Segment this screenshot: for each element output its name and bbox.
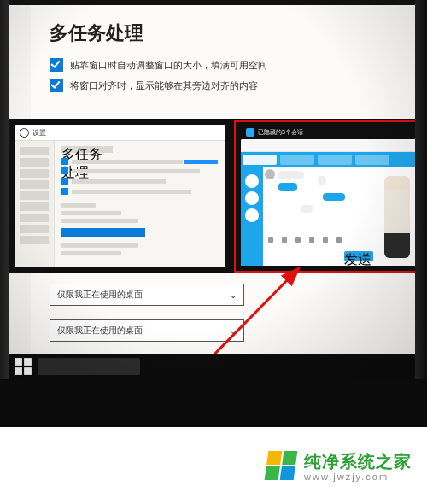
watermark-brand: 纯净系统之家 [304,450,412,473]
desktop-screen: 多任务处理 贴靠窗口时自动调整窗口的大小，填满可用空间 将窗口对齐时，显示能够在… [9,5,415,379]
chat-tab[interactable] [318,155,352,165]
toolbar-icon[interactable] [336,237,342,243]
screenshot-photo: 多任务处理 贴靠窗口时自动调整窗口的大小，填满可用空间 将窗口对齐时，显示能够在… [0,0,427,427]
chat-bubble [278,183,297,191]
monitor-bezel-bottom [0,379,427,427]
chat-bubble [301,205,313,213]
toolbar-icon[interactable] [323,237,328,243]
monitor-bezel-right [415,0,427,427]
watermark-logo-icon [265,451,298,480]
dropdown-value: 仅限我正在使用的桌面 [57,289,143,301]
chevron-down-icon: ⌄ [230,326,237,336]
message-avatar [265,169,275,179]
dropdown-value: 仅限我正在使用的桌面 [57,325,143,337]
alt-tab-show-windows-dropdown[interactable]: 仅限我正在使用的桌面 ⌄ [50,319,244,342]
chat-bubble [318,176,326,185]
chat-contact-list [241,167,263,266]
chat-tab[interactable] [355,155,389,165]
svg-rect-4 [24,367,32,375]
candidate-window-title: 已隐藏的3个会话 [258,128,303,137]
settings-dropdown-highlight[interactable] [61,228,145,237]
snap-suggest-checkbox-row[interactable]: 将窗口对齐时，显示能够在其旁边对齐的内容 [50,79,408,92]
chat-input-toolbar [268,237,371,244]
toolbar-icon[interactable] [282,237,287,243]
candidate-window-titlebar: 已隐藏的3个会话 [246,127,412,138]
chat-bubble [323,193,345,201]
snap-left-thumbnail[interactable]: 设置 多任务处理 [14,124,225,267]
monitor-bezel-left [0,0,9,427]
settings-window-header: 设置 [15,125,225,141]
qq-app-icon [246,128,254,137]
page-title: 多任务处理 [50,21,408,46]
contact-avatar[interactable] [245,208,259,222]
settings-sidebar [15,141,55,267]
checkbox-checked-icon[interactable] [50,79,63,92]
chat-message-area: 发送 [263,167,377,266]
chat-profile-panel [377,167,415,266]
contact-avatar[interactable] [245,191,259,205]
chat-tabs [241,152,415,167]
chat-tab[interactable] [243,155,277,165]
snap-suggest-label: 将窗口对齐时，显示能够在其旁边对齐的内容 [70,79,258,92]
toolbar-icon[interactable] [295,237,301,243]
snap-resize-label: 贴靠窗口时自动调整窗口的大小，填满可用空间 [70,59,267,72]
svg-rect-2 [24,358,32,366]
send-button[interactable]: 发送 [344,251,373,261]
svg-rect-1 [15,358,22,366]
chat-bubble [278,171,304,179]
toolbar-icon[interactable] [309,237,314,243]
snap-candidate-thumbnail[interactable]: 发送 [241,139,415,266]
settings-content: 多任务处理 [55,141,225,267]
checkbox-checked-icon[interactable] [50,58,63,72]
chevron-down-icon: ⌄ [230,290,237,300]
svg-rect-3 [15,367,22,375]
snap-assist-overlay: 设置 多任务处理 [9,119,415,273]
taskbar-search-box[interactable] [38,358,140,375]
watermark-bar: 纯净系统之家 www.jwzjy.com [0,427,427,504]
contact-avatar[interactable] [245,174,259,188]
taskbar-show-windows-dropdown[interactable]: 仅限我正在使用的桌面 ⌄ [50,284,244,306]
windows-taskbar[interactable] [9,354,415,379]
annotation-highlight-box: 已隐藏的3个会话 [234,120,415,273]
start-button[interactable] [14,357,32,376]
virtual-desktop-settings: 仅限我正在使用的桌面 ⌄ 仅限我正在使用的桌面 ⌄ [50,280,244,342]
chat-window-header [241,139,415,152]
snap-resize-checkbox-row[interactable]: 贴靠窗口时自动调整窗口的大小，填满可用空间 [50,58,408,72]
chat-tab[interactable] [280,155,314,165]
settings-section-title: 多任务处理 [61,146,113,153]
gear-icon [20,128,29,138]
settings-window-title: 设置 [32,128,46,138]
profile-avatar-figure [384,176,410,258]
toolbar-icon[interactable] [268,237,273,243]
